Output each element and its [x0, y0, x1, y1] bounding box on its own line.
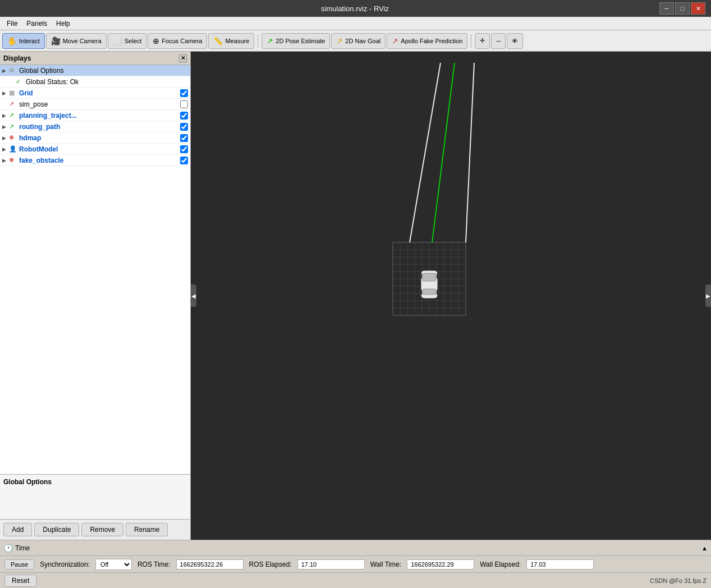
move-camera-icon: 🎥 [51, 36, 61, 45]
collapse-handle-right[interactable]: ▶ [705, 284, 711, 307]
checkbox-planning[interactable] [180, 112, 188, 120]
arrow-planning: ▶ [2, 113, 9, 118]
move-camera-label: Move Camera [63, 38, 102, 44]
scene-svg [191, 52, 711, 540]
wall-elapsed-label: Wall Elapsed: [480, 561, 521, 568]
icon-sim-pose: ↗ [9, 100, 18, 108]
tree-item-planning-traject[interactable]: ▶ ↗ planning_traject... [0, 110, 190, 121]
label-fake-obstacle: fake_obstacle [19, 157, 178, 164]
svg-rect-23 [419, 273, 422, 279]
tree-item-routing-path[interactable]: ▶ ↗ routing_path [0, 121, 190, 132]
toolbar-separator-2 [471, 34, 471, 48]
arrow-grid: ▶ [2, 90, 9, 96]
checkbox-robot-model[interactable] [180, 145, 188, 153]
svg-rect-24 [437, 273, 440, 279]
label-global-options: Global Options [19, 67, 188, 75]
checkbox-hdmap[interactable] [180, 134, 188, 142]
select-label: Select [125, 38, 142, 44]
arrow-robot-model: ▶ [2, 146, 9, 152]
toolbar-measure[interactable]: 📏 Measure [208, 33, 254, 49]
arrow-fake-obstacle: ▶ [2, 158, 9, 163]
reset-button[interactable]: Reset [4, 575, 36, 587]
toolbar-apollo-fake-prediction[interactable]: ↗ Apollo Fake Prediction [387, 33, 467, 49]
maximize-button[interactable]: □ [675, 2, 690, 15]
svg-rect-22 [423, 289, 436, 295]
displays-close-button[interactable]: ✕ [179, 54, 187, 62]
pose-estimate-label: 2D Pose Estimate [276, 38, 325, 44]
time-panel-toggle[interactable]: ▲ [701, 545, 708, 552]
tree-item-hdmap[interactable]: ▶ ❋ hdmap [0, 132, 190, 144]
toolbar-extra-2[interactable]: ─ [491, 33, 506, 49]
icon-hdmap: ❋ [9, 134, 18, 141]
label-global-status: Global Status: Ok [26, 78, 188, 86]
close-button[interactable]: ✕ [691, 2, 705, 15]
main-layout: Displays ✕ ▶ ⚙ Global Options ✓ Global S… [0, 52, 711, 540]
toolbar-focus-camera[interactable]: ⊕ Focus Camera [148, 33, 207, 49]
checkbox-routing[interactable] [180, 123, 188, 131]
left-panel: Displays ✕ ▶ ⚙ Global Options ✓ Global S… [0, 52, 191, 540]
apollo-icon: ↗ [392, 36, 398, 45]
wall-time-label: Wall Time: [370, 561, 402, 568]
duplicate-button[interactable]: Duplicate [34, 523, 79, 536]
tree-item-grid[interactable]: ▶ ▦ Grid [0, 88, 190, 99]
pause-button[interactable]: Pause [4, 559, 34, 569]
wall-time-value: 1662695322.29 [407, 559, 474, 569]
tree-item-sim-pose[interactable]: ↗ sim_pose [0, 99, 190, 110]
svg-rect-21 [423, 273, 436, 281]
icon-fake-obstacle: ❋ [9, 157, 18, 164]
label-planning: planning_traject... [19, 112, 178, 120]
menubar: File Panels Help [0, 17, 711, 30]
menu-help[interactable]: Help [52, 19, 75, 29]
label-routing: routing_path [19, 123, 178, 131]
ros-elapsed-value: 17.10 [297, 559, 365, 569]
ros-time-value: 1662695322.26 [176, 559, 244, 569]
collapse-handle-left[interactable]: ◀ [191, 284, 196, 307]
sync-select[interactable]: Off Approx Exact [95, 559, 132, 570]
icon-grid: ▦ [9, 89, 18, 97]
arrow-hdmap: ▶ [2, 135, 9, 141]
checkbox-sim-pose[interactable] [180, 100, 188, 108]
icon-global-status: ✓ [16, 78, 25, 85]
wall-elapsed-value: 17.03 [526, 559, 594, 569]
toolbar-2d-pose-estimate[interactable]: ↗ 2D Pose Estimate [262, 33, 330, 49]
window-title: simulation.rviz - RViz [51, 4, 659, 13]
menu-panels[interactable]: Panels [22, 19, 52, 29]
toolbar-select[interactable]: ⬜ Select [108, 33, 147, 49]
toolbar-extra-3[interactable]: 👁 [507, 33, 523, 49]
remove-button[interactable]: Remove [81, 523, 123, 536]
measure-icon: 📏 [213, 36, 223, 45]
svg-rect-26 [437, 290, 440, 295]
measure-label: Measure [225, 38, 249, 44]
viewport[interactable]: ◀ ▶ [191, 52, 711, 540]
window-controls[interactable]: ─ □ ✕ [659, 2, 705, 15]
displays-tree: ▶ ⚙ Global Options ✓ Global Status: Ok ▶… [0, 65, 190, 474]
label-hdmap: hdmap [19, 134, 178, 142]
toolbar-2d-nav-goal[interactable]: ↗ 2D Nav Goal [331, 33, 386, 49]
sync-label: Synchronization: [40, 561, 90, 568]
icon-planning: ↗ [9, 112, 18, 119]
extra-icon-3: 👁 [512, 38, 518, 44]
checkbox-grid[interactable] [180, 89, 188, 97]
tree-item-global-status[interactable]: ✓ Global Status: Ok [0, 76, 190, 88]
svg-rect-0 [191, 63, 711, 529]
checkbox-fake-obstacle[interactable] [180, 157, 188, 164]
menu-file[interactable]: File [2, 19, 22, 29]
toolbar-interact[interactable]: ✋ Interact [2, 33, 45, 49]
extra-icon-2: ─ [496, 38, 501, 44]
tree-item-robot-model[interactable]: ▶ 👤 RobotModel [0, 144, 190, 155]
icon-routing: ↗ [9, 123, 18, 130]
tree-item-fake-obstacle[interactable]: ▶ ❋ fake_obstacle [0, 155, 190, 166]
extra-icon-1: ✛ [480, 37, 485, 44]
toolbar-move-camera[interactable]: 🎥 Move Camera [46, 33, 107, 49]
scene-container [191, 52, 711, 540]
label-sim-pose: sim_pose [19, 100, 178, 108]
minimize-button[interactable]: ─ [659, 2, 674, 15]
tree-item-global-options[interactable]: ▶ ⚙ Global Options [0, 65, 190, 76]
rename-button[interactable]: Rename [126, 523, 168, 536]
statusbar: 🕐 Time ▲ [0, 540, 711, 555]
interact-icon: ✋ [7, 36, 17, 45]
arrow-global-options: ▶ [2, 68, 9, 74]
add-button[interactable]: Add [3, 523, 32, 536]
toolbar-extra-1[interactable]: ✛ [475, 33, 490, 49]
fps-info: CSDN @Fo 31.fps Z [650, 577, 707, 584]
